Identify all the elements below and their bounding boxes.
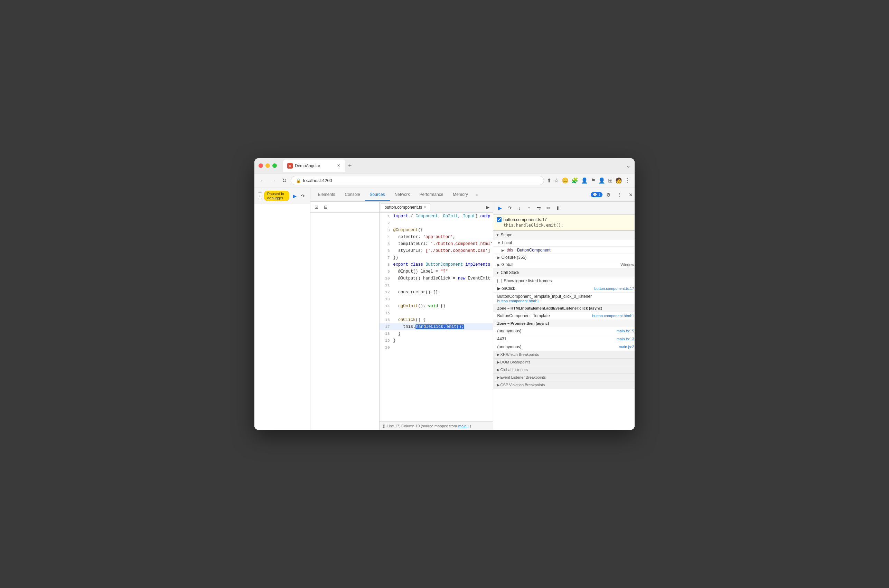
template-listener-name: ButtonComponent_Template_input_click_0_l… bbox=[497, 294, 592, 299]
breakpoint-info: button.component.ts:17 this.handleClick.… bbox=[493, 214, 635, 231]
more-tabs-button[interactable]: » bbox=[473, 189, 481, 201]
resume-execution-button[interactable]: ▶ bbox=[496, 204, 504, 212]
template-name: ButtonComponent_Template bbox=[497, 314, 550, 318]
extensions-icon[interactable]: 🧩 bbox=[571, 177, 578, 184]
call-stack-anonymous-1[interactable]: (anonymous) main.ts:15 bbox=[493, 327, 635, 335]
code-line-16: 16 onClick() { bbox=[380, 316, 493, 323]
browser-right-icons: ⬆ ☆ 😊 🧩 👤 ⚑ 👤 ⊞ 🧑 ⋮ bbox=[547, 177, 631, 184]
call-stack-template-listener[interactable]: ButtonComponent_Template_input_click_0_l… bbox=[493, 292, 635, 305]
back-button[interactable]: ← bbox=[258, 176, 267, 185]
pause-on-exceptions-btn[interactable]: ⏸ bbox=[554, 204, 562, 212]
step-over-btn[interactable]: ↷ bbox=[506, 204, 514, 212]
tab-network[interactable]: Network bbox=[390, 189, 415, 201]
ignore-label: Show ignore-listed frames bbox=[504, 279, 552, 283]
tab-memory[interactable]: Memory bbox=[448, 189, 473, 201]
title-bar: A DemoAngular ✕ + ⌄ bbox=[254, 158, 635, 173]
4431-file: main.ts:13 bbox=[617, 337, 634, 341]
event-listener-breakpoints-header[interactable]: ▶ Event Listener Breakpoints bbox=[493, 374, 635, 381]
tab-elements[interactable]: Elements bbox=[313, 189, 340, 201]
tab-sources[interactable]: Sources bbox=[365, 189, 390, 201]
csp-violation-header[interactable]: ▶ CSP Violation Breakpoints bbox=[493, 381, 635, 389]
minimize-button[interactable] bbox=[266, 164, 270, 168]
call-stack-chevron: ▼ bbox=[496, 271, 500, 274]
call-stack-anonymous-2[interactable]: (anonymous) main.js:2 bbox=[493, 343, 635, 351]
editor-filename: button.component.ts bbox=[385, 205, 422, 210]
sources-panel: ⊡ ⊟ button.component.ts ✕ ▶ bbox=[310, 202, 635, 430]
forward-button[interactable]: → bbox=[270, 176, 278, 185]
browser-tab[interactable]: A DemoAngular ✕ bbox=[283, 160, 345, 172]
editor-tab-bar: button.component.ts ✕ ▶ bbox=[380, 202, 493, 213]
scope-label: Scope bbox=[500, 232, 512, 237]
code-line-1: 1 import { Component, OnInit, Input} out… bbox=[380, 213, 493, 220]
reload-button[interactable]: ↻ bbox=[281, 176, 288, 185]
devtools-panel: Elements Console Sources Network Perform… bbox=[310, 188, 635, 430]
this-value: ButtonComponent bbox=[517, 248, 551, 252]
overrides-tab[interactable]: ⊟ bbox=[321, 203, 330, 211]
pretty-print-button[interactable]: ▶ bbox=[484, 204, 491, 211]
resume-button[interactable]: ▶ bbox=[291, 192, 298, 200]
onclick-file: button.component.ts:17 bbox=[595, 286, 634, 291]
code-line-2: 2 bbox=[380, 220, 493, 226]
tab-bar: A DemoAngular ✕ + bbox=[283, 160, 623, 172]
settings-button[interactable]: ⚙ bbox=[604, 190, 614, 200]
call-stack-section-header[interactable]: ▼ Call Stack bbox=[493, 268, 635, 277]
code-line-10: 10 @Output() handleClick = new EventEmit bbox=[380, 275, 493, 282]
menu-icon[interactable]: ⋮ bbox=[625, 177, 631, 184]
scope-section-header[interactable]: ▼ Scope bbox=[493, 231, 635, 239]
maximize-button[interactable] bbox=[272, 164, 277, 168]
breakpoint-checkbox[interactable] bbox=[497, 217, 502, 222]
call-stack-4431[interactable]: 4431 main.ts:13 bbox=[493, 335, 635, 343]
close-devtools-button[interactable]: ✕ bbox=[626, 190, 635, 200]
this-key: this bbox=[506, 248, 513, 252]
call-stack-template[interactable]: ButtonComponent_Template button.componen… bbox=[493, 312, 635, 320]
tab-console[interactable]: Console bbox=[340, 189, 365, 201]
more-options-button[interactable]: ⋮ bbox=[615, 190, 625, 200]
anon1-name: (anonymous) bbox=[497, 328, 521, 333]
xhr-fetch-breakpoints-header[interactable]: ▶ XHR/fetch Breakpoints bbox=[493, 351, 635, 358]
add-button[interactable]: + bbox=[258, 192, 262, 200]
flag-icon[interactable]: ⚑ bbox=[591, 177, 596, 184]
global-listeners-header[interactable]: ▶ Global Listeners bbox=[493, 366, 635, 374]
source-map-link[interactable]: main.j bbox=[458, 424, 469, 428]
debug-controls: ▶ ↷ bbox=[291, 192, 306, 200]
account-icon[interactable]: 👤 bbox=[598, 177, 605, 184]
profile-icon[interactable]: 👤 bbox=[581, 177, 588, 184]
editor-tab-close[interactable]: ✕ bbox=[423, 205, 426, 210]
address-field[interactable]: 🔒 localhost:4200 bbox=[291, 176, 544, 185]
cast-icon[interactable]: ⬆ bbox=[547, 177, 551, 184]
file-explorer-tabs: ⊡ ⊟ bbox=[310, 202, 379, 213]
notification-badge: 💬 1 bbox=[591, 192, 602, 197]
status-text: Line 17, Column 10 (source mapped from bbox=[387, 424, 457, 428]
window-controls-right[interactable]: ⌄ bbox=[626, 162, 631, 169]
paused-label: Paused in debugger bbox=[267, 192, 284, 200]
zone-html-input-header: Zone – HTMLInputElement.addEventListener… bbox=[493, 305, 635, 312]
step-into-btn[interactable]: ↓ bbox=[515, 204, 524, 212]
user-avatar[interactable]: 🧑 bbox=[615, 177, 622, 184]
code-line-13: 13 bbox=[380, 296, 493, 303]
devtools-tab-bar: Elements Console Sources Network Perform… bbox=[310, 188, 635, 202]
tab-close-button[interactable]: ✕ bbox=[336, 163, 341, 169]
page-content bbox=[254, 204, 310, 430]
editor-tab-button-component[interactable]: button.component.ts ✕ bbox=[381, 203, 431, 211]
extension-icon[interactable]: 😊 bbox=[562, 177, 569, 184]
closure-label: Closure (355) bbox=[502, 255, 527, 260]
file-navigator-tab[interactable]: ⊡ bbox=[312, 203, 321, 211]
deactivate-breakpoints-btn[interactable]: ✏ bbox=[544, 204, 553, 212]
step-over-button[interactable]: ↷ bbox=[300, 192, 306, 200]
new-tab-button[interactable]: + bbox=[345, 160, 354, 171]
ignore-frames-row: Show ignore-listed frames bbox=[493, 277, 635, 285]
ignore-checkbox[interactable] bbox=[497, 279, 502, 283]
pretty-print-icon[interactable]: {} bbox=[383, 424, 385, 428]
tab-favicon: A bbox=[287, 163, 293, 169]
editor-status-bar: {} Line 17, Column 10 (source mapped fro… bbox=[380, 422, 493, 430]
paused-badge: Paused in debugger bbox=[264, 191, 289, 201]
bookmark-icon[interactable]: ☆ bbox=[554, 177, 559, 184]
dom-breakpoints-header[interactable]: ▶ DOM Breakpoints bbox=[493, 358, 635, 366]
code-editor: button.component.ts ✕ ▶ 1 import { Compo… bbox=[380, 202, 493, 430]
close-button[interactable] bbox=[258, 164, 263, 168]
grid-icon[interactable]: ⊞ bbox=[608, 177, 613, 184]
step-btn[interactable]: ⇆ bbox=[535, 204, 543, 212]
call-stack-onclick[interactable]: ▶ onClick button.component.ts:17 bbox=[493, 285, 635, 292]
step-out-btn[interactable]: ↑ bbox=[525, 204, 533, 212]
tab-performance[interactable]: Performance bbox=[415, 189, 448, 201]
